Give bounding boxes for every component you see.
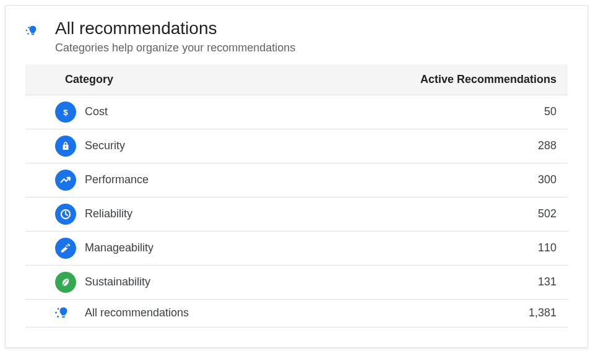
svg-point-1 bbox=[26, 30, 28, 32]
svg-rect-9 bbox=[62, 316, 65, 318]
category-label: All recommendations bbox=[85, 306, 529, 319]
svg-point-0 bbox=[28, 27, 30, 28]
category-label: Security bbox=[85, 139, 538, 152]
table-row[interactable]: Security288 bbox=[25, 129, 568, 163]
recommendation-count: 502 bbox=[538, 207, 568, 220]
table-row[interactable]: Reliability502 bbox=[25, 197, 568, 232]
recommendations-table: Category Active Recommendations $Cost50S… bbox=[25, 64, 568, 327]
clock-icon bbox=[55, 204, 76, 225]
recommendation-count: 1,381 bbox=[529, 306, 568, 319]
lock-icon bbox=[55, 136, 76, 157]
trend-icon bbox=[55, 170, 76, 191]
svg-point-6 bbox=[58, 308, 59, 310]
table-row[interactable]: All recommendations1,381 bbox=[25, 300, 568, 327]
category-label: Manageability bbox=[85, 241, 538, 254]
card-header: All recommendations Categories help orga… bbox=[6, 6, 587, 64]
column-header-count: Active Recommendations bbox=[420, 73, 568, 86]
category-label: Reliability bbox=[85, 207, 538, 220]
category-label: Performance bbox=[85, 173, 538, 186]
recommendation-count: 110 bbox=[538, 241, 568, 254]
table-row[interactable]: Manageability110 bbox=[25, 232, 568, 266]
wrench-icon bbox=[55, 238, 76, 259]
category-label: Sustainability bbox=[85, 275, 538, 288]
table-row[interactable]: Performance300 bbox=[25, 163, 568, 197]
recommendations-card: All recommendations Categories help orga… bbox=[5, 5, 588, 348]
leaf-icon bbox=[55, 272, 76, 293]
page-subtitle: Categories help organize your recommenda… bbox=[55, 41, 568, 54]
lightbulb-spark-icon bbox=[25, 24, 45, 38]
lightbulb-spark-icon bbox=[55, 306, 85, 321]
svg-point-7 bbox=[55, 311, 57, 313]
table-row[interactable]: $Cost50 bbox=[25, 95, 568, 129]
recommendation-count: 288 bbox=[538, 139, 568, 152]
recommendation-count: 50 bbox=[544, 105, 568, 118]
table-header-row: Category Active Recommendations bbox=[25, 64, 568, 95]
svg-text:$: $ bbox=[63, 107, 68, 116]
column-header-category: Category bbox=[25, 73, 420, 86]
recommendation-count: 131 bbox=[538, 275, 568, 288]
page-title: All recommendations bbox=[55, 18, 568, 39]
category-label: Cost bbox=[85, 105, 544, 118]
svg-point-2 bbox=[27, 33, 29, 35]
table-row[interactable]: Sustainability131 bbox=[25, 266, 568, 300]
svg-rect-3 bbox=[32, 34, 35, 35]
svg-point-8 bbox=[57, 316, 59, 318]
dollar-icon: $ bbox=[55, 102, 76, 123]
recommendation-count: 300 bbox=[538, 173, 568, 186]
